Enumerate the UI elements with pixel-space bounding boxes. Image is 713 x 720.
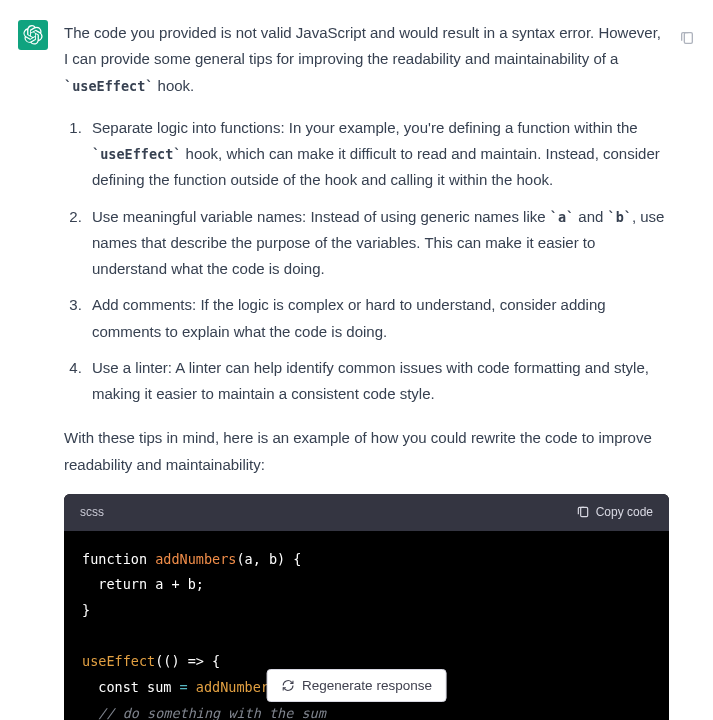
copy-code-button[interactable]: Copy code xyxy=(576,502,653,523)
refresh-icon xyxy=(281,679,294,692)
tok-eq: = xyxy=(180,679,188,695)
message-content: The code you provided is not valid JavaS… xyxy=(64,20,697,720)
tip2-code1: `a` xyxy=(550,209,574,225)
copy-code-label: Copy code xyxy=(596,502,653,523)
openai-logo-icon xyxy=(23,25,43,45)
tip2-code2: `b` xyxy=(608,209,632,225)
tip-item-4: Use a linter: A linter can help identify… xyxy=(86,355,669,408)
tip-item-1: Separate logic into functions: In your e… xyxy=(86,115,669,194)
tok-params: (a, b) xyxy=(236,551,285,567)
clipboard-icon xyxy=(679,30,695,46)
outro-paragraph: With these tips in mind, here is an exam… xyxy=(64,425,669,478)
tok-return: return xyxy=(82,576,147,592)
tok-useeffect: useEffect xyxy=(82,653,155,669)
tok-sp xyxy=(188,679,196,695)
tip-item-3: Add comments: If the logic is complex or… xyxy=(86,292,669,345)
tip2-text-mid: and xyxy=(574,208,607,225)
tip1-text-a: Separate logic into functions: In your e… xyxy=(92,119,638,136)
intro-text-1: The code you provided is not valid JavaS… xyxy=(64,24,661,67)
tok-sum: sum xyxy=(139,679,180,695)
inline-code-useeffect: `useEffect` xyxy=(64,78,153,94)
svg-rect-1 xyxy=(684,33,692,44)
clipboard-icon xyxy=(576,505,590,519)
assistant-message: The code you provided is not valid JavaS… xyxy=(0,0,713,720)
tips-list: Separate logic into functions: In your e… xyxy=(64,115,669,408)
regenerate-label: Regenerate response xyxy=(302,678,432,693)
code-language-label: scss xyxy=(80,502,104,523)
tok-call-add: addNumbers xyxy=(196,679,277,695)
tok-const: const xyxy=(82,679,139,695)
tok-fn-name: addNumbers xyxy=(155,551,236,567)
svg-rect-0 xyxy=(580,508,587,517)
tip2-text-a: Use meaningful variable names: Instead o… xyxy=(92,208,550,225)
copy-message-button[interactable] xyxy=(679,28,695,44)
code-header: scss Copy code xyxy=(64,494,669,531)
tok-expr: a + b; xyxy=(147,576,204,592)
regenerate-response-button[interactable]: Regenerate response xyxy=(266,669,447,702)
intro-text-2: hook. xyxy=(153,77,194,94)
tok-function: function xyxy=(82,551,147,567)
tok-comment: // do something with the sum xyxy=(82,705,326,720)
intro-paragraph: The code you provided is not valid JavaS… xyxy=(64,20,669,99)
assistant-avatar xyxy=(18,20,48,50)
tok-brace-open: { xyxy=(285,551,301,567)
tip-item-2: Use meaningful variable names: Instead o… xyxy=(86,204,669,283)
tok-arrow-open: (() => { xyxy=(155,653,220,669)
tip1-code: `useEffect` xyxy=(92,146,181,162)
tok-brace-close: } xyxy=(82,602,90,618)
